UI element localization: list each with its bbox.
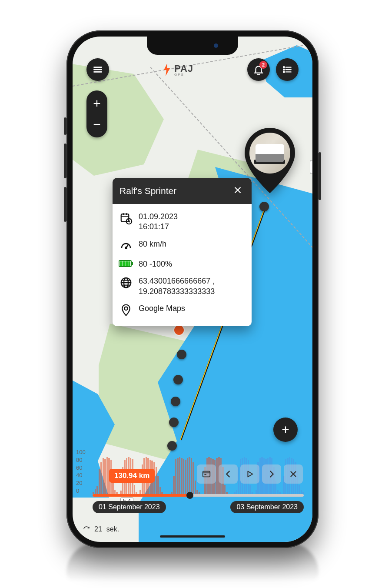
svg-rect-21 (123, 261, 126, 266)
speed-graph: 100 80 60 40 20 0 130.94 km (73, 449, 312, 514)
road-shield: E 4 (310, 160, 312, 174)
info-popup: Ralf's Sprinter 01.09.202316:01:17 80 km… (113, 178, 252, 326)
svg-rect-19 (132, 262, 133, 265)
close-icon (289, 469, 298, 479)
chevron-right-icon (267, 469, 276, 479)
bolt-icon (163, 63, 171, 76)
popup-datetime-row: 01.09.202316:01:17 (119, 208, 246, 236)
prev-button[interactable] (219, 464, 238, 484)
close-playback-button[interactable] (284, 464, 303, 484)
zoom-control: + − (86, 90, 107, 137)
svg-point-5 (283, 69, 285, 70)
popup-speed-row: 80 km/h (119, 236, 246, 256)
close-popup-button[interactable] (231, 183, 245, 199)
play-icon (245, 469, 255, 479)
date-start-pill[interactable]: 01 September 2023 (93, 501, 166, 513)
zoom-in-button[interactable]: + (86, 93, 107, 114)
vehicle-photo (249, 133, 290, 174)
zoom-out-button[interactable]: − (86, 114, 107, 135)
home-indicator (160, 535, 225, 538)
top-bar: PAJ GPS 2 (73, 58, 312, 81)
brand-logo: PAJ GPS (163, 63, 193, 77)
svg-point-17 (125, 247, 127, 249)
svg-rect-20 (120, 261, 123, 266)
card-icon (202, 469, 211, 479)
menu-button[interactable] (86, 58, 109, 81)
svg-point-27 (124, 307, 128, 310)
popup-maps-link[interactable]: Google Maps (119, 300, 246, 320)
svg-point-3 (283, 67, 285, 68)
notifications-button[interactable]: 2 (247, 58, 270, 81)
date-end-pill[interactable]: 03 September 2023 (230, 501, 304, 513)
next-button[interactable] (262, 464, 281, 484)
distance-pill: 130.94 km (109, 469, 155, 483)
svg-point-7 (283, 71, 285, 73)
pin-icon (119, 304, 133, 317)
speedometer-icon (119, 239, 133, 252)
popup-title: Ralf's Sprinter (119, 186, 176, 196)
svg-rect-22 (126, 261, 129, 266)
svg-rect-11 (121, 214, 129, 222)
phone-frame: E 4 E 4 (66, 30, 319, 548)
graph-y-axis: 100 80 60 40 20 0 (76, 449, 86, 494)
list-icon (282, 64, 293, 75)
add-fab[interactable]: + (273, 418, 298, 442)
calendar-clock-icon (119, 212, 133, 225)
battery-icon (119, 259, 133, 268)
popup-coords-row: 63.43001666666667 , 19.208783333333333 (119, 273, 246, 300)
refresh-indicator: 21 sek. (83, 525, 119, 533)
playback-controls (197, 464, 303, 484)
chevron-left-icon (223, 469, 233, 479)
vehicle-pin[interactable] (245, 128, 295, 193)
refresh-icon (83, 526, 90, 533)
list-button[interactable] (276, 58, 299, 81)
globe-icon (119, 276, 133, 289)
phone-reflection (66, 543, 319, 582)
screen: E 4 E 4 (73, 37, 312, 542)
device-notch (147, 37, 238, 55)
svg-marker-31 (248, 471, 252, 477)
timeline-slider[interactable] (93, 494, 304, 497)
svg-rect-23 (129, 261, 130, 266)
plus-icon: + (282, 422, 289, 437)
popup-battery-row: 80 -100% (119, 256, 246, 273)
details-button[interactable] (197, 464, 216, 484)
play-button[interactable] (240, 464, 259, 484)
slider-knob[interactable] (186, 492, 193, 499)
close-icon (233, 186, 242, 194)
notification-badge: 2 (259, 61, 267, 69)
